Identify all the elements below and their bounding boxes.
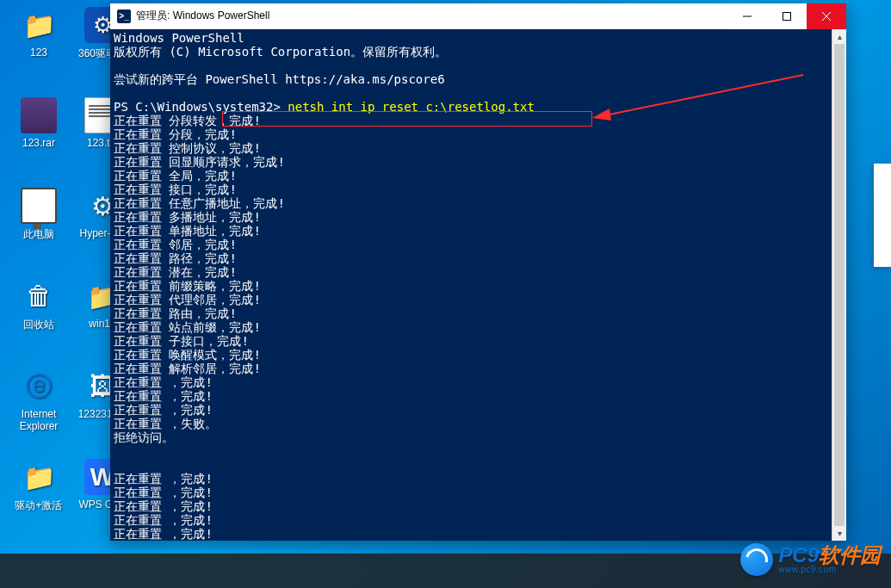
watermark-brand: PC9软件园 <box>778 545 881 566</box>
terminal-body[interactable]: Windows PowerShell版权所有 (C) Microsoft Cor… <box>110 29 846 541</box>
recycle-bin-icon: 🗑 <box>21 278 57 314</box>
scroll-down-button[interactable]: ▾ <box>832 526 846 541</box>
folder-icon: 📁 <box>21 459 57 495</box>
rar-icon <box>21 97 57 133</box>
icon-label: Internet Explorer <box>7 408 71 432</box>
desktop-icon-123rar[interactable]: 123.rar <box>7 97 71 175</box>
minimize-button[interactable] <box>727 3 767 29</box>
ie-icon: ⓔ <box>21 368 57 405</box>
scroll-up-button[interactable]: ▴ <box>832 29 846 44</box>
vertical-scrollbar[interactable]: ▴ ▾ <box>832 29 846 541</box>
window-titlebar[interactable]: >_ 管理员: Windows PowerShell <box>110 3 846 29</box>
window-title: 管理员: Windows PowerShell <box>136 9 727 23</box>
desktop-icon-123folder[interactable]: 📁 123 <box>7 7 71 84</box>
computer-icon <box>21 188 57 224</box>
icon-label: 回收站 <box>23 318 54 332</box>
desktop-icon-this-pc[interactable]: 此电脑 <box>7 188 71 265</box>
desktop-icon-recycle-bin[interactable]: 🗑 回收站 <box>7 278 71 356</box>
watermark-url: www.pc9.com <box>778 566 881 574</box>
background-window-edge <box>874 164 891 267</box>
desktop-icon-ie[interactable]: ⓔ Internet Explorer <box>7 368 71 446</box>
watermark-logo-icon <box>740 543 773 576</box>
desktop-icon-driver-activate[interactable]: 📁 驱动+激活 <box>7 459 71 536</box>
watermark: PC9软件园 www.pc9.com <box>740 543 881 576</box>
icon-label: 此电脑 <box>23 227 54 242</box>
svg-rect-1 <box>783 12 791 20</box>
powershell-window: >_ 管理员: Windows PowerShell Windows Power… <box>110 3 846 541</box>
close-button[interactable] <box>807 3 846 29</box>
icon-label: 驱动+激活 <box>15 498 62 513</box>
scroll-thumb[interactable] <box>834 44 845 526</box>
window-controls <box>727 3 846 29</box>
folder-icon: 📁 <box>21 7 57 43</box>
icon-label: 123.rar <box>22 137 55 149</box>
powershell-icon: >_ <box>117 9 131 23</box>
icon-label: 123 <box>30 46 47 59</box>
maximize-button[interactable] <box>767 3 807 29</box>
